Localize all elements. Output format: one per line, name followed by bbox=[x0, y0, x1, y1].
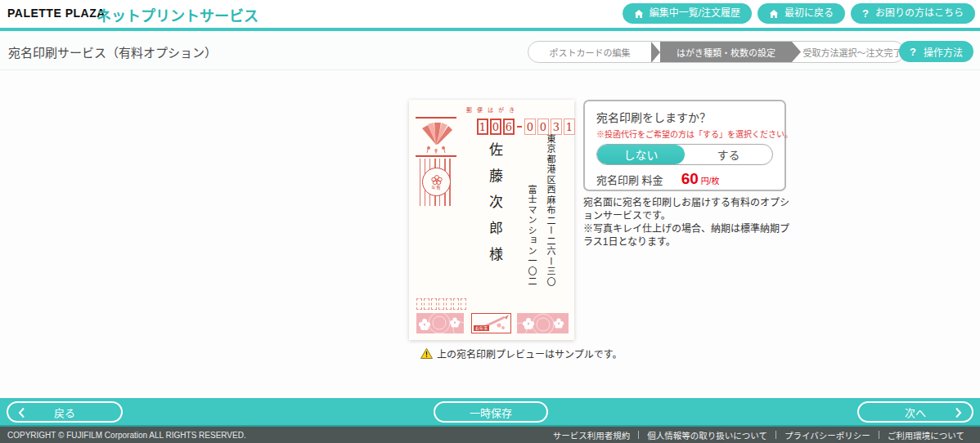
footer-link-environment[interactable]: ご利用環境について bbox=[879, 429, 973, 441]
sender-postal-boxes bbox=[416, 298, 466, 310]
price-value: 60 bbox=[681, 170, 699, 188]
progress-steps: ポストカードの編集 はがき種類・枚数の設定 受取方法選択～注文完了 bbox=[528, 41, 905, 63]
button-label: 戻る bbox=[54, 405, 75, 420]
bottom-action-bar: 戻る 一時保存 次へ bbox=[0, 398, 980, 427]
postal-digit: 1 bbox=[477, 119, 488, 135]
preview-sample-note: 上の宛名印刷プレビューはサンプルです。 bbox=[420, 347, 622, 360]
footer-link-privacy-policy[interactable]: プライバシーポリシー bbox=[776, 429, 879, 441]
postal-digit: 3 bbox=[551, 119, 562, 135]
copyright-text: COPYRIGHT © FUJIFILM Corporation ALL RIG… bbox=[7, 431, 246, 440]
preview-note-text: 上の宛名印刷プレビューはサンプルです。 bbox=[437, 347, 622, 360]
plum-blossom-stamp-icon: 年賀 bbox=[422, 168, 451, 196]
floral-pattern-right bbox=[517, 313, 569, 333]
nenga-stamp-area: 年賀 bbox=[420, 159, 454, 206]
back-to-start-button[interactable]: 最初に戻る bbox=[757, 3, 845, 24]
home-icon bbox=[769, 9, 779, 19]
button-label: 編集中一覧/注文履歴 bbox=[650, 3, 740, 24]
description-line1: 宛名面に宛名を印刷しお届けする有料のオプションサービスです。 bbox=[583, 196, 794, 222]
page-title: 宛名印刷サービス（有料オプション） bbox=[8, 43, 217, 60]
toggle-option-no[interactable]: しない bbox=[597, 145, 685, 164]
footer-link-terms[interactable]: サービス利用者規約 bbox=[545, 429, 639, 441]
edit-list-order-history-button[interactable]: 編集中一覧/注文履歴 bbox=[623, 3, 752, 24]
stamp-box-line bbox=[416, 155, 456, 157]
otoshidama-label: お年玉 bbox=[474, 325, 489, 331]
nenga-label: 年賀 bbox=[431, 186, 441, 190]
footer-links: サービス利用者規約 個人情報等の取り扱いについて プライバシーポリシー ご利用環… bbox=[545, 429, 973, 441]
price-unit: 円/枚 bbox=[701, 174, 720, 186]
temporary-save-button[interactable]: 一時保存 bbox=[434, 401, 548, 423]
postcard-preview: 郵便はがき 1 0 6 0 0 3 1 bbox=[409, 100, 574, 340]
next-button[interactable]: 次へ bbox=[857, 401, 973, 423]
chevron-left-icon bbox=[18, 407, 25, 418]
button-label: 一時保存 bbox=[470, 405, 512, 420]
app-window: PALETTE PLAZA ネットプリントサービス 編集中一覧/注文履歴 最初に… bbox=[0, 0, 980, 443]
postal-digit: 0 bbox=[524, 119, 536, 135]
footer-link-personal-info[interactable]: 個人情報等の取り扱いについて bbox=[639, 429, 775, 441]
warning-icon bbox=[420, 348, 433, 359]
chevron-right-icon bbox=[955, 407, 962, 418]
stamp-box-line bbox=[416, 117, 456, 119]
footer: COPYRIGHT © FUJIFILM Corporation ALL RIG… bbox=[0, 427, 980, 443]
recipient-address-line2: 富士マンション一〇二 bbox=[524, 185, 537, 324]
option-note: ※投函代行をご希望の方は「する」を選択ください。 bbox=[596, 128, 773, 140]
postal-digit: 0 bbox=[490, 119, 501, 135]
step-delivery-order-complete: 受取方法選択～注文完了 bbox=[801, 42, 904, 62]
fan-stamp-illustration-icon bbox=[417, 120, 455, 158]
step-postcard-edit: ポストカードの編集 bbox=[528, 42, 651, 62]
button-label: お困りの方はこちら bbox=[875, 3, 964, 24]
button-label: 次へ bbox=[905, 405, 926, 420]
option-description: 宛名面に宛名を印刷しお届けする有料のオプションサービスです。 ※写真キレイ仕上げ… bbox=[583, 196, 794, 248]
option-question: 宛名印刷をしますか？ bbox=[596, 109, 773, 125]
palette-plaza-logo[interactable]: PALETTE PLAZA bbox=[7, 7, 106, 20]
price-label: 宛名印刷 料金 bbox=[596, 172, 663, 187]
address-print-toggle: しない する bbox=[596, 144, 773, 165]
postal-code-boxes: 1 0 6 0 0 3 1 bbox=[477, 119, 577, 135]
back-button[interactable]: 戻る bbox=[7, 401, 123, 423]
title-row: 宛名印刷サービス（有料オプション） ポストカードの編集 はがき種類・枚数の設定 … bbox=[0, 34, 980, 70]
question-icon: ? bbox=[862, 3, 869, 24]
recipient-address-line1: 東京都港区西麻布二ー二六ー三〇 bbox=[543, 134, 556, 322]
postal-digit: 6 bbox=[503, 119, 515, 135]
floral-pattern-left bbox=[416, 313, 464, 333]
operation-help-button[interactable]: ? 操作方法 bbox=[899, 41, 973, 62]
header-buttons: 編集中一覧/注文履歴 最初に戻る ? お困りの方はこちら bbox=[623, 3, 975, 24]
step-arrow-icon bbox=[651, 42, 660, 63]
button-label: 最初に戻る bbox=[784, 3, 834, 24]
price-row: 宛名印刷 料金 60 円/枚 bbox=[596, 170, 773, 188]
step-hagaki-settings-active: はがき種類・枚数の設定 bbox=[660, 42, 801, 62]
postal-digit: 1 bbox=[564, 119, 575, 135]
question-icon: ? bbox=[910, 46, 916, 58]
toggle-option-yes[interactable]: する bbox=[685, 145, 772, 164]
home-icon bbox=[634, 9, 644, 19]
header: PALETTE PLAZA ネットプリントサービス 編集中一覧/注文履歴 最初に… bbox=[0, 0, 980, 31]
postal-digit: 0 bbox=[537, 119, 549, 135]
button-label: 操作方法 bbox=[924, 45, 963, 59]
otoshidama-lottery-box: お年玉 bbox=[471, 313, 511, 333]
description-line2: ※写真キレイ仕上げの場合、納期は標準納期プラス1日となります。 bbox=[583, 222, 794, 248]
postcard-header-label: 郵便はがき bbox=[466, 105, 519, 114]
need-help-button[interactable]: ? お困りの方はこちら bbox=[851, 3, 975, 24]
recipient-name: 佐藤次郎様 bbox=[485, 142, 506, 306]
service-title: ネットプリントサービス bbox=[97, 4, 258, 25]
address-print-option-panel: 宛名印刷をしますか？ ※投函代行をご希望の方は「する」を選択ください。 しない … bbox=[583, 100, 786, 191]
postal-dash bbox=[517, 126, 522, 128]
